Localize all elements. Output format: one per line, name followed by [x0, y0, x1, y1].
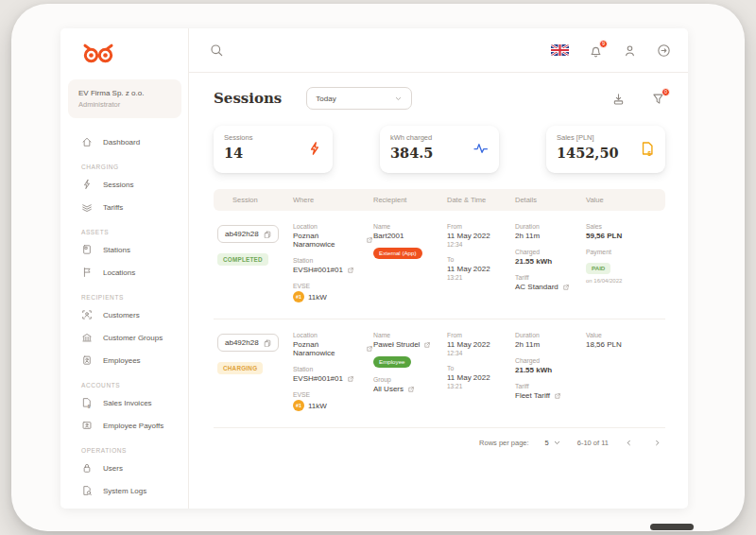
external-link-icon[interactable] [407, 386, 415, 393]
sidebar-item-label: Users [103, 464, 123, 473]
from-date: 11 May 2022 [447, 340, 490, 349]
sidebar-section-recipients: RECIPIENTS [81, 294, 188, 301]
filter-funnel-icon[interactable]: 0 [651, 92, 665, 106]
col-header-details: Details [515, 196, 586, 204]
stat-value: 384.5 [390, 145, 433, 161]
field-label: EVSE [293, 391, 373, 398]
external-link-icon[interactable] [554, 392, 561, 400]
topbar: 9 [189, 28, 688, 73]
period-filter-value: Today [316, 95, 335, 103]
status-badge: CHARGING [217, 362, 263, 374]
location-value: Poznań Naramowice [293, 340, 362, 357]
filter-badge: 0 [662, 88, 670, 96]
company-name: EV Firma Sp. z o.o. [78, 89, 171, 97]
field-label: Station [293, 257, 373, 264]
sidebar-item-employees[interactable]: Employees [60, 349, 188, 371]
field-label: Charged [515, 249, 586, 255]
table-row: ab492h28 CHARGING Location Poznań Naramo… [214, 319, 665, 428]
from-time: 12:34 [447, 241, 515, 248]
activity-icon [473, 141, 489, 156]
col-header-session: Session [232, 196, 293, 204]
sidebar-section-operations: OPERATIONS [81, 447, 188, 454]
sidebar-item-label: Employees [103, 356, 141, 365]
previous-page-icon[interactable] [625, 439, 633, 447]
logout-icon[interactable] [657, 43, 671, 58]
external-link-icon[interactable] [347, 375, 354, 383]
field-label: Group [373, 376, 447, 383]
sidebar-item-label: Sessions [103, 181, 133, 189]
sidebar-item-label: Employee Payoffs [103, 422, 163, 430]
download-icon[interactable] [611, 92, 626, 106]
stat-value: 1452,50 [557, 145, 619, 161]
sidebar-item-tariffs[interactable]: Tariffs [60, 196, 188, 218]
sidebar-item-label: Customers [103, 311, 140, 319]
field-label: Sales [586, 223, 665, 230]
sidebar-item-locations[interactable]: Locations [60, 261, 188, 284]
sidebar-item-customer-groups[interactable]: Customer Groups [60, 326, 188, 349]
log-search-icon [81, 485, 93, 496]
session-id-chip: ab492h28 [217, 334, 279, 352]
field-label: To [447, 256, 515, 263]
stat-label: Sales [PLN] [557, 133, 619, 142]
field-label: Tariff [515, 274, 586, 281]
col-header-where: Where [293, 196, 373, 204]
sidebar-item-users[interactable]: Users [60, 457, 188, 479]
rows-per-page-label: Rows per page: [479, 439, 529, 447]
external-link-icon[interactable] [562, 284, 570, 291]
evse-number-badge: #1 [293, 400, 304, 411]
recipient-name: Paweł Strudel [373, 340, 420, 349]
external-link-icon[interactable] [347, 267, 354, 274]
sessions-table: Session Where Reciepient Date & Time Det… [214, 189, 675, 428]
id-badge-icon [81, 354, 93, 366]
col-header-recipient: Reciepient [373, 196, 447, 204]
layers-icon [81, 201, 93, 213]
rows-per-page-select[interactable]: 5 [545, 439, 561, 447]
language-flag-icon[interactable] [551, 44, 569, 56]
copy-icon[interactable] [264, 339, 271, 347]
external-link-icon[interactable] [366, 345, 373, 353]
charged-value: 21.55 kWh [515, 366, 586, 374]
stat-label: Sessions [224, 133, 252, 142]
sidebar-item-sessions[interactable]: Sessions [60, 173, 188, 196]
search-icon[interactable] [210, 43, 223, 57]
notifications-bell-icon[interactable]: 9 [589, 43, 603, 58]
tariff-value: AC Standard [515, 283, 558, 291]
group-value: All Users [373, 385, 404, 393]
payout-icon [81, 420, 93, 431]
flag-icon [81, 267, 93, 278]
sales-document-icon [640, 141, 655, 156]
sidebar-item-sales-invoices[interactable]: Sales Invoices [60, 391, 188, 414]
stat-card-kwh: kWh charged 384.5 [380, 126, 499, 173]
main-area: 9 Sessions Today [189, 28, 688, 509]
copy-icon[interactable] [264, 231, 271, 238]
payment-date: on 16/04/2022 [586, 278, 665, 284]
account-card[interactable]: EV Firma Sp. z o.o. Administrator [68, 79, 181, 118]
sidebar-item-employee-payoffs[interactable]: Employee Payoffs [60, 414, 188, 437]
company-role: Administrator [78, 100, 171, 109]
sidebar-item-dashboard[interactable]: Dashboard [60, 130, 188, 153]
recipient-type-badge: Employee [373, 356, 411, 368]
from-date: 11 May 2022 [447, 232, 490, 240]
evse-power: 11kW [308, 293, 327, 302]
status-badge: COMPLETED [217, 253, 268, 266]
sidebar-item-stations[interactable]: Stations [60, 238, 188, 261]
session-id: ab492h28 [225, 230, 259, 238]
from-time: 12:34 [447, 350, 515, 356]
tariff-value: Fleet Tariff [515, 391, 550, 400]
field-label: Duration [515, 332, 586, 338]
external-link-icon[interactable] [366, 236, 373, 244]
evse-power: 11kW [308, 402, 327, 410]
table-row: ab492h28 COMPLETED Location Poznań Naram… [214, 211, 665, 319]
page-title: Sessions [214, 90, 282, 107]
period-filter-dropdown[interactable]: Today [306, 87, 412, 110]
field-label: EVSE [293, 283, 373, 289]
sidebar-item-label: Customer Groups [103, 334, 163, 342]
lightning-icon [307, 141, 322, 156]
field-label: Name [373, 223, 447, 230]
page: { "sidebar": { "company_name": "EV Firma… [0, 0, 756, 535]
external-link-icon[interactable] [423, 341, 431, 349]
next-page-icon[interactable] [653, 439, 662, 447]
sidebar-item-customers[interactable]: Customers [60, 303, 188, 326]
profile-icon[interactable] [623, 43, 637, 58]
sidebar-item-system-logs[interactable]: System Logs [60, 479, 188, 502]
